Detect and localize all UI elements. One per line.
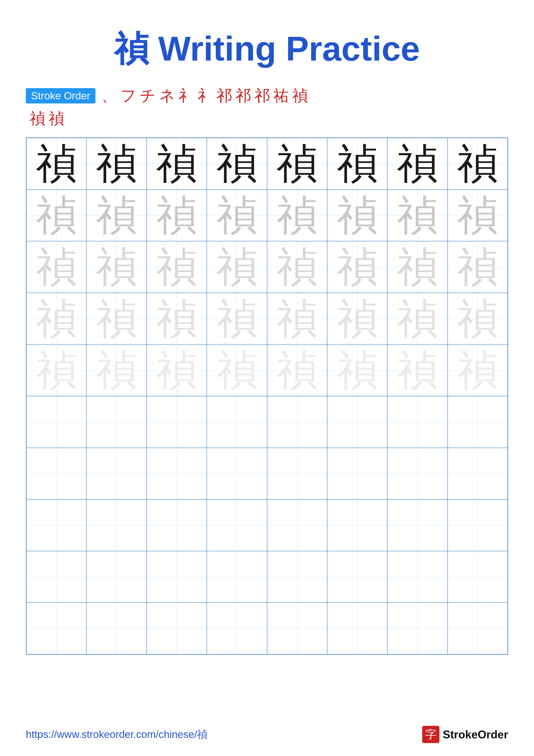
- grid-cell[interactable]: [26, 551, 87, 603]
- grid-cell[interactable]: [207, 396, 267, 448]
- grid-cell[interactable]: [26, 499, 87, 551]
- practice-char: 禎: [36, 143, 77, 184]
- grid-cell: 禎: [147, 344, 207, 396]
- grid-cell[interactable]: [147, 396, 207, 448]
- grid-cell[interactable]: [87, 396, 146, 448]
- grid-cell: 禎: [387, 190, 447, 241]
- grid-cell[interactable]: [327, 396, 387, 448]
- grid-cell[interactable]: [147, 499, 207, 551]
- grid-cell[interactable]: [207, 551, 267, 603]
- grid-cell: 禎: [87, 293, 146, 345]
- practice-char: 禎: [277, 298, 318, 339]
- practice-char: 禎: [337, 195, 378, 236]
- stroke-s4: ネ: [159, 85, 175, 106]
- grid-cell[interactable]: [147, 603, 207, 654]
- practice-char: 禎: [337, 143, 378, 184]
- practice-char: 禎: [156, 298, 197, 339]
- grid-cell: 禎: [207, 241, 267, 293]
- brand-icon: 字: [422, 726, 440, 743]
- grid-cell: 禎: [147, 138, 207, 190]
- practice-char: 禎: [457, 247, 498, 287]
- grid-cell[interactable]: [87, 551, 146, 603]
- grid-cell: 禎: [207, 190, 267, 241]
- practice-char: 禎: [397, 298, 438, 339]
- stroke-s7: 祁: [216, 85, 232, 106]
- practice-char: 禎: [96, 350, 137, 391]
- grid-cell: 禎: [26, 138, 87, 190]
- practice-char: 禎: [216, 195, 257, 236]
- title-text: Writing Practice: [149, 29, 420, 68]
- practice-char: 禎: [216, 298, 257, 339]
- grid-cell[interactable]: [387, 551, 447, 603]
- practice-char: 禎: [397, 143, 438, 184]
- grid-cell: 禎: [26, 344, 87, 396]
- grid-cell[interactable]: [267, 448, 327, 500]
- grid-cell[interactable]: [387, 448, 447, 500]
- stroke-s9: 祁: [254, 85, 270, 106]
- grid-cell[interactable]: [26, 396, 87, 448]
- grid-cell[interactable]: [207, 448, 267, 500]
- stroke-s6: 礻: [197, 85, 213, 106]
- practice-char: 禎: [156, 247, 197, 287]
- grid-cell[interactable]: [447, 551, 508, 603]
- grid-cell: 禎: [26, 241, 87, 293]
- grid-cell: 禎: [447, 190, 508, 241]
- grid-cell[interactable]: [87, 603, 146, 654]
- grid-cell[interactable]: [447, 448, 508, 500]
- grid-cell[interactable]: [327, 551, 387, 603]
- grid-cell[interactable]: [207, 603, 267, 654]
- page: 禎 Writing Practice Stroke Order 、 フ チ ネ …: [0, 0, 534, 756]
- practice-char: 禎: [216, 247, 257, 287]
- practice-char: 禎: [277, 143, 318, 184]
- grid-cell[interactable]: [387, 396, 447, 448]
- grid-cell[interactable]: [447, 603, 508, 654]
- grid-cell[interactable]: [267, 499, 327, 551]
- stroke-order-row1: Stroke Order 、 フ チ ネ 礻 礻 祁 祁 祁 祐 禎: [26, 85, 508, 106]
- grid-cell: 禎: [327, 138, 387, 190]
- grid-cell[interactable]: [87, 499, 146, 551]
- grid-cell: 禎: [327, 293, 387, 345]
- grid-cell: 禎: [26, 190, 87, 241]
- practice-char: 禎: [156, 143, 197, 184]
- brand-name: StrokeOrder: [443, 728, 508, 741]
- grid-cell[interactable]: [87, 448, 146, 500]
- practice-char: 禎: [337, 298, 378, 339]
- grid-cell: 禎: [87, 138, 146, 190]
- practice-char: 禎: [457, 298, 498, 339]
- grid-cell: 禎: [327, 190, 387, 241]
- grid-cell: 禎: [267, 344, 327, 396]
- grid-cell[interactable]: [387, 603, 447, 654]
- stroke-s10: 祐: [273, 85, 289, 106]
- grid-cell: 禎: [387, 138, 447, 190]
- grid-cell[interactable]: [327, 603, 387, 654]
- grid-cell: 禎: [447, 293, 508, 345]
- grid-cell[interactable]: [267, 603, 327, 654]
- grid-cell[interactable]: [387, 499, 447, 551]
- practice-char: 禎: [397, 247, 438, 287]
- grid-cell[interactable]: [207, 499, 267, 551]
- grid-cell[interactable]: [267, 396, 327, 448]
- practice-char: 禎: [457, 195, 498, 236]
- grid-cell: 禎: [207, 138, 267, 190]
- grid-cell: 禎: [447, 344, 508, 396]
- practice-char: 禎: [277, 195, 318, 236]
- grid-cell[interactable]: [447, 499, 508, 551]
- practice-char: 禎: [457, 143, 498, 184]
- stroke-s11: 禎: [292, 85, 308, 106]
- grid-cell[interactable]: [327, 499, 387, 551]
- grid-cell[interactable]: [267, 551, 327, 603]
- grid-cell: 禎: [207, 344, 267, 396]
- stroke-s5: 礻: [179, 85, 194, 106]
- grid-cell[interactable]: [26, 448, 87, 500]
- practice-char: 禎: [397, 350, 438, 391]
- grid-cell[interactable]: [447, 396, 508, 448]
- grid-cell[interactable]: [147, 551, 207, 603]
- practice-char: 禎: [96, 195, 137, 236]
- grid-cell: 禎: [26, 293, 87, 345]
- grid-cell[interactable]: [327, 448, 387, 500]
- stroke-order-section: Stroke Order 、 フ チ ネ 礻 礻 祁 祁 祁 祐 禎 禎 禎: [26, 85, 508, 129]
- grid-cell[interactable]: [147, 448, 207, 500]
- grid-cell[interactable]: [26, 603, 87, 654]
- stroke-order-badge: Stroke Order: [26, 88, 95, 103]
- stroke-s12: 禎: [30, 108, 45, 129]
